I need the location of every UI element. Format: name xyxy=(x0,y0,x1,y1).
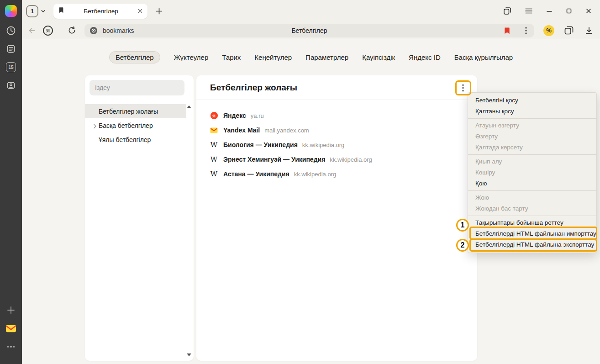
menu-divider xyxy=(468,154,596,155)
promo-percent-icon[interactable]: % xyxy=(543,25,554,36)
bookmark-row[interactable]: W Эрнест Хемингуэй — Уикипедия kk.wikipe… xyxy=(196,152,477,167)
settings-nav: Бетбелгілер Жүктеулер Тарих Кеңейтулер П… xyxy=(22,51,600,63)
ctx-item-import-html[interactable]: Бетбелгілерді HTML файлынан импорттау xyxy=(468,228,596,239)
folder-label: Басқа бетбелгілер xyxy=(99,122,153,129)
more-options-icon[interactable] xyxy=(5,341,16,352)
bookmark-url: ya.ru xyxy=(251,112,264,119)
yandex-mail-icon[interactable] xyxy=(5,323,16,334)
ctx-item-edit: Өзгерту xyxy=(468,131,596,142)
active-tab[interactable]: Бетбелгілер xyxy=(53,4,147,19)
ctx-item-paste[interactable]: Қою xyxy=(468,178,596,189)
browser-toolbar: Я bookmarks Бетбелгілер % xyxy=(22,22,600,39)
minimize-icon[interactable] xyxy=(546,8,553,14)
bookmark-url: kk.wikipedia.org xyxy=(294,171,337,178)
menu-divider xyxy=(468,216,596,216)
bookmarks-context-menu: Бетбелгіні қосу Қалтаны қосу Атауын өзге… xyxy=(468,92,597,253)
tab-counter[interactable]: 1 xyxy=(26,5,38,17)
ctx-item-copy: Көшіру xyxy=(468,167,596,178)
ctx-item-sort-by-title[interactable]: Тақырыптары бойынша реттеу xyxy=(468,217,596,228)
bookmark-row[interactable]: W Биология — Уикипедия kk.wikipedia.org xyxy=(196,137,477,152)
downloads-icon[interactable] xyxy=(584,26,594,35)
folder-label: Бетбелгілер жолағы xyxy=(99,108,158,115)
browser-side-rail: 15 xyxy=(0,0,22,364)
nav-tab-other-devices[interactable]: Басқа құрылғылар xyxy=(454,53,513,61)
address-bar-page-title: Бетбелгілер xyxy=(84,27,534,34)
bookmark-row[interactable]: Yandex Mail mail.yandex.com xyxy=(196,123,477,137)
nav-tab-yandex-id[interactable]: Яндекс ID xyxy=(409,53,441,61)
yandex-mail-favicon xyxy=(210,127,218,134)
scroll-down-arrow[interactable] xyxy=(187,353,191,356)
nav-tab-extensions[interactable]: Кеңейтулер xyxy=(254,53,292,61)
calendar-icon[interactable]: 15 xyxy=(6,62,16,72)
ctx-item-add-bookmark[interactable]: Бетбелгіні қосу xyxy=(468,95,596,106)
tab-title: Бетбелгілер xyxy=(64,8,137,15)
bookmark-row[interactable]: Я Яндекс ya.ru xyxy=(196,108,477,123)
nav-tab-settings[interactable]: Параметрлер xyxy=(305,53,348,61)
maximize-icon[interactable] xyxy=(566,8,572,14)
yandex-browser-logo-icon[interactable] xyxy=(5,5,17,17)
menu-divider xyxy=(468,118,596,119)
video-call-icon[interactable] xyxy=(5,80,16,91)
tabs-dropdown-chevron-icon[interactable] xyxy=(40,8,46,14)
calendar-badge: 15 xyxy=(8,65,13,70)
ctx-item-add-folder[interactable]: Қалтаны қосу xyxy=(468,106,596,117)
wikipedia-favicon: W xyxy=(210,156,218,164)
bookmark-title: Яндекс xyxy=(223,112,246,119)
nav-tab-downloads[interactable]: Жүктеулер xyxy=(174,53,209,61)
tab-close-icon[interactable] xyxy=(137,8,143,14)
feed-icon[interactable] xyxy=(5,43,16,54)
bookmark-url: kk.wikipedia.org xyxy=(302,142,345,148)
wikipedia-favicon: W xyxy=(210,141,218,149)
wikipedia-favicon: W xyxy=(210,170,218,178)
folder-label: Ұялы бетбелгілер xyxy=(99,136,151,143)
bookmark-row[interactable]: W Астана — Уикипедия kk.wikipedia.org xyxy=(196,167,477,181)
nav-tab-security[interactable]: Қауіпсіздік xyxy=(362,53,395,61)
bookmark-flag-icon[interactable] xyxy=(504,27,511,36)
tab-bar: 1 Бетбелгілер xyxy=(22,0,600,22)
menu-divider xyxy=(468,190,596,191)
browser-menu-icon[interactable] xyxy=(525,7,533,15)
bookmark-title: Эрнест Хемингуэй — Уикипедия xyxy=(223,156,325,163)
panel-title: Бетбелгілер жолағы xyxy=(210,83,297,93)
folders-panel: Бетбелгілер жолағы Басқа бетбелгілер Ұял… xyxy=(85,75,194,361)
search-input[interactable] xyxy=(89,80,184,95)
yandex-favicon: Я xyxy=(210,112,218,120)
bookmark-title: Yandex Mail xyxy=(223,127,260,134)
ctx-item-undo-delete: Жоюдан бас тарту xyxy=(468,203,596,214)
bookmarks-manager-page: Бетбелгілер Жүктеулер Тарих Кеңейтулер П… xyxy=(22,39,600,364)
ctx-item-export-html[interactable]: Бетбелгілерді HTML файлына экспорттау xyxy=(468,239,596,250)
close-window-icon[interactable] xyxy=(585,8,592,14)
folder-row-bookmarks-bar[interactable]: Бетбелгілер жолағы xyxy=(85,104,186,118)
nav-tab-history[interactable]: Тарих xyxy=(222,53,241,61)
side-panels-icon[interactable] xyxy=(503,7,511,15)
ctx-item-delete: Жою xyxy=(468,192,596,203)
ctx-item-cut: Қиып алу xyxy=(468,156,596,167)
yandex-browser-window: 15 1 Бетбелгілер xyxy=(0,0,600,364)
tab-groups-icon[interactable] xyxy=(564,26,574,35)
address-bar-more-icon[interactable] xyxy=(525,27,527,36)
tab-count-label: 1 xyxy=(31,8,34,15)
bookmark-url: kk.wikipedia.org xyxy=(330,156,372,163)
address-bar[interactable]: bookmarks Бетбелгілер xyxy=(84,24,534,37)
yandex-search-icon[interactable]: Я xyxy=(43,26,53,36)
add-panel-icon[interactable] xyxy=(5,305,16,316)
scroll-up-arrow[interactable] xyxy=(187,106,191,108)
folder-row-other-bookmarks[interactable]: Басқа бетбелгілер xyxy=(85,118,186,132)
ctx-item-show-in-folder: Қалтада көрсету xyxy=(468,142,596,153)
window-controls xyxy=(503,0,600,22)
bookmarks-panel: Бетбелгілер жолағы Я Яндекс ya.ru Yandex… xyxy=(196,75,477,361)
back-icon[interactable] xyxy=(28,26,36,35)
history-icon[interactable] xyxy=(5,25,16,36)
reload-icon[interactable] xyxy=(67,26,76,35)
bookmark-title: Биология — Уикипедия xyxy=(223,141,298,148)
bookmarks-tab-icon xyxy=(58,7,64,15)
folder-list: Бетбелгілер жолағы Басқа бетбелгілер Ұял… xyxy=(85,104,186,147)
new-tab-button[interactable] xyxy=(153,5,165,17)
ctx-item-rename: Атауын өзгерту xyxy=(468,120,596,131)
chevron-right-icon[interactable] xyxy=(93,123,97,130)
bookmarks-panel-header: Бетбелгілер жолағы xyxy=(196,75,477,100)
bookmark-url: mail.yandex.com xyxy=(264,127,309,134)
bookmark-title: Астана — Уикипедия xyxy=(223,170,289,178)
folder-row-mobile-bookmarks[interactable]: Ұялы бетбелгілер xyxy=(85,132,186,147)
nav-tab-bookmarks[interactable]: Бетбелгілер xyxy=(109,51,160,63)
